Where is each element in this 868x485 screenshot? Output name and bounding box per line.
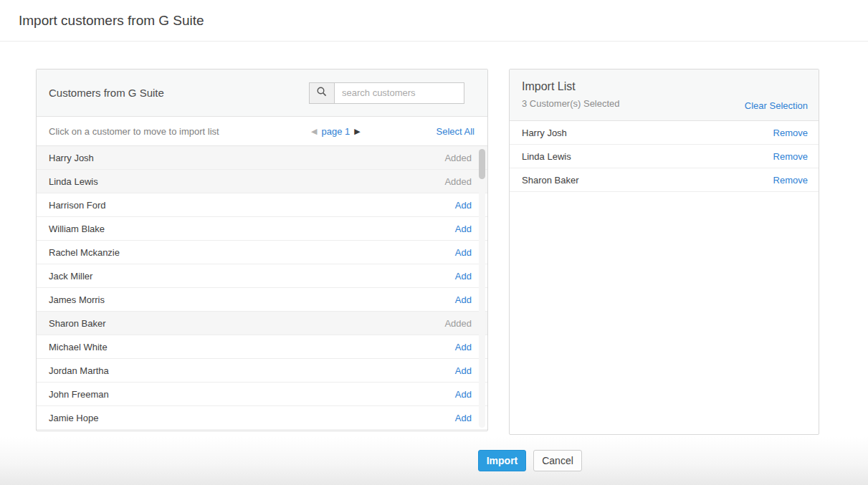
import-list-panel: Import List 3 Customer(s) Selected Clear…: [509, 69, 819, 435]
customer-name: Linda Lewis: [49, 176, 98, 187]
customers-panel: Customers from G Suite Click on a custom…: [36, 69, 488, 431]
customer-row[interactable]: Rachel Mckanzie Add: [37, 241, 487, 264]
customer-action[interactable]: Add: [455, 389, 472, 400]
import-item-name: Harry Josh: [522, 128, 567, 138]
customer-row[interactable]: Harry Josh Added: [37, 146, 487, 170]
customer-list: Harry Josh Added Linda Lewis Added Harri…: [37, 146, 487, 430]
customer-action[interactable]: Add: [455, 342, 472, 352]
page-label: page 1: [321, 126, 350, 137]
customer-action[interactable]: Add: [455, 294, 472, 305]
select-all-link[interactable]: Select All: [437, 126, 474, 137]
customer-row[interactable]: Jamie Hope Add: [37, 406, 487, 430]
customer-action[interactable]: Add: [455, 224, 472, 234]
import-button[interactable]: Import: [478, 450, 526, 471]
customer-action[interactable]: Add: [455, 200, 472, 211]
scrollbar-thumb[interactable]: [479, 149, 485, 179]
clear-selection-link[interactable]: Clear Selection: [745, 100, 808, 111]
customers-panel-title: Customers from G Suite: [49, 87, 164, 99]
import-list-item: Harry Josh Remove: [510, 121, 819, 145]
customers-panel-header: Customers from G Suite: [37, 69, 487, 117]
modal-footer: [0, 437, 868, 485]
customer-row[interactable]: Harrison Ford Add: [37, 193, 487, 217]
customer-name: Sharon Baker: [49, 318, 106, 329]
customer-name: John Freeman: [49, 389, 109, 400]
customer-row[interactable]: Linda Lewis Added: [37, 170, 487, 193]
customer-row[interactable]: James Morris Add: [37, 288, 487, 312]
customer-name: Rachel Mckanzie: [49, 247, 120, 258]
prev-page-icon[interactable]: ◀: [311, 128, 317, 135]
search-icon: [316, 86, 328, 100]
customer-name: Harry Josh: [49, 153, 94, 163]
modal-header: Import customers from G Suite: [0, 0, 868, 42]
scrollbar-track[interactable]: [479, 148, 485, 428]
customer-name: William Blake: [49, 224, 105, 234]
customer-row[interactable]: Michael White Add: [37, 335, 487, 359]
customer-action[interactable]: Add: [455, 271, 472, 282]
next-page-icon[interactable]: ▶: [354, 128, 360, 135]
remove-link[interactable]: Remove: [773, 175, 808, 186]
remove-link[interactable]: Remove: [773, 128, 808, 138]
customer-action[interactable]: Add: [455, 365, 472, 376]
customer-name: Jordan Martha: [49, 365, 109, 376]
customer-row[interactable]: John Freeman Add: [37, 383, 487, 406]
customer-name: Jamie Hope: [49, 413, 98, 423]
cancel-button[interactable]: Cancel: [533, 450, 582, 471]
search-button[interactable]: [309, 82, 335, 104]
customer-name: James Morris: [49, 294, 105, 305]
import-item-name: Linda Lewis: [522, 151, 571, 162]
customer-row[interactable]: Jack Miller Add: [37, 264, 487, 288]
page-title: Import customers from G Suite: [19, 0, 204, 42]
customer-row[interactable]: Sharon Baker Added: [37, 312, 487, 335]
customer-row[interactable]: Jordan Martha Add: [37, 359, 487, 383]
import-list-item: Sharon Baker Remove: [510, 168, 819, 192]
import-list-title: Import List: [522, 80, 808, 93]
search-box: [309, 82, 464, 104]
import-list-item: Linda Lewis Remove: [510, 145, 819, 168]
customer-name: Jack Miller: [49, 271, 92, 282]
customer-action: Added: [444, 176, 472, 187]
customer-row[interactable]: William Blake Add: [37, 217, 487, 241]
import-list-header: Import List 3 Customer(s) Selected Clear…: [510, 69, 819, 121]
customer-name: Michael White: [49, 342, 108, 352]
import-item-name: Sharon Baker: [522, 175, 579, 186]
customer-action[interactable]: Add: [455, 413, 472, 423]
instruction-text: Click on a customer to move to import li…: [49, 126, 219, 137]
customer-action: Added: [444, 153, 472, 163]
customer-action: Added: [444, 318, 472, 329]
import-customers-modal: Import customers from G Suite Customers …: [0, 0, 868, 485]
pagination: ◀ page 1 ▶: [311, 117, 361, 145]
customer-name: Harrison Ford: [49, 200, 105, 211]
import-list: Harry Josh Remove Linda Lewis Remove Sha…: [510, 121, 819, 192]
search-input[interactable]: [335, 82, 464, 104]
list-toolbar: Click on a customer to move to import li…: [37, 117, 487, 146]
remove-link[interactable]: Remove: [773, 151, 808, 162]
customer-action[interactable]: Add: [455, 247, 472, 258]
